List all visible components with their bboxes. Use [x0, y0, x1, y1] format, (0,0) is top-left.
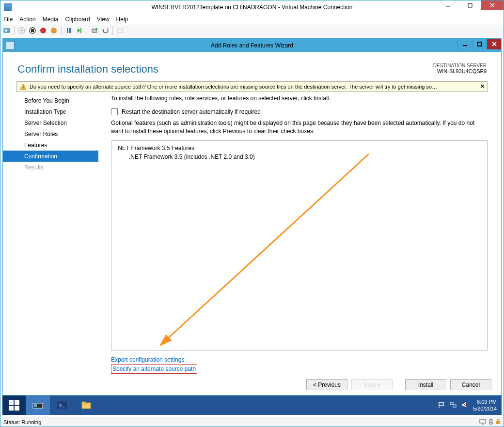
- sidebar-item-server-roles[interactable]: Server Roles: [3, 128, 98, 139]
- sidebar-label: Before You Begin: [24, 97, 69, 104]
- destination-server-name: WIN-SL93U4CQSE9: [433, 68, 487, 74]
- restart-checkbox-label: Restart the destination server automatic…: [122, 108, 261, 115]
- previous-button[interactable]: < Previous: [306, 379, 347, 390]
- turnoff-icon[interactable]: [28, 26, 37, 35]
- network-icon[interactable]: [450, 401, 457, 409]
- restart-checkbox[interactable]: [111, 108, 118, 115]
- svg-rect-9: [31, 29, 34, 32]
- volume-icon[interactable]: [461, 401, 468, 409]
- sidebar-item-confirmation[interactable]: Confirmation: [3, 151, 98, 162]
- toolbar-separator: [87, 26, 87, 35]
- svg-point-44: [489, 419, 492, 422]
- svg-rect-1: [468, 3, 472, 7]
- toolbar-separator: [112, 26, 113, 35]
- vm-titlebar: WINSERVER2012Template on CHINADRAGON - V…: [0, 0, 504, 14]
- wizard-minimize-button[interactable]: [457, 39, 472, 49]
- explorer-task[interactable]: [74, 396, 98, 415]
- server-manager-task[interactable]: [26, 396, 50, 415]
- sidebar-item-features[interactable]: Features: [3, 139, 98, 151]
- tray-time[interactable]: 8:09 PM: [473, 398, 497, 405]
- flag-icon[interactable]: [438, 401, 445, 409]
- feature-item-label: .NET Framework 3.5 (includes .NET 2.0 an…: [116, 153, 482, 160]
- wizard-button-bar: < Previous Next > Install Cancel: [3, 374, 501, 395]
- snapshot-icon[interactable]: [90, 26, 99, 35]
- svg-rect-38: [450, 402, 453, 405]
- sidebar-label: Confirmation: [24, 153, 57, 160]
- svg-rect-19: [118, 29, 123, 32]
- svg-text:>_: >_: [59, 403, 65, 408]
- menu-help[interactable]: Help: [116, 16, 128, 23]
- start-button[interactable]: [2, 396, 26, 415]
- export-configuration-link[interactable]: Export configuration settings: [111, 355, 488, 364]
- wizard-maximize-button[interactable]: [472, 39, 487, 49]
- wizard-titlebar: Add Roles and Features Wizard: [3, 39, 501, 52]
- svg-rect-42: [480, 419, 486, 423]
- reset-icon[interactable]: [75, 26, 84, 35]
- sidebar-item-before-you-begin[interactable]: Before You Begin: [3, 95, 98, 106]
- sidebar-item-installation-type[interactable]: Installation Type: [3, 106, 98, 117]
- lock-icon[interactable]: [496, 419, 501, 426]
- selected-features-list: .NET Framework 3.5 Features .NET Framewo…: [111, 140, 488, 351]
- pause-icon[interactable]: [64, 26, 73, 35]
- menu-file[interactable]: File: [3, 16, 13, 23]
- sidebar-item-server-selection[interactable]: Server Selection: [3, 117, 98, 128]
- feature-group-label: .NET Framework 3.5 Features: [116, 145, 482, 152]
- svg-rect-12: [67, 28, 68, 33]
- menu-view[interactable]: View: [97, 16, 110, 23]
- sidebar-label: Installation Type: [24, 108, 66, 115]
- svg-rect-33: [34, 404, 37, 407]
- shutdown-icon[interactable]: [39, 26, 47, 35]
- cancel-button-label: Cancel: [462, 381, 480, 388]
- system-tray: 8:09 PM 5/20/2014: [438, 396, 499, 415]
- svg-rect-13: [69, 28, 71, 33]
- optional-features-note: Optional features (such as administratio…: [111, 119, 488, 136]
- powershell-task[interactable]: >_: [50, 396, 74, 415]
- warning-icon: !: [20, 83, 27, 90]
- taskbar: >_ 8:09 PM 5/20/2014: [2, 396, 502, 415]
- start-icon[interactable]: [17, 26, 26, 35]
- wizard-title: Add Roles and Features Wizard: [3, 42, 501, 49]
- svg-point-17: [95, 28, 97, 30]
- share-icon[interactable]: [116, 26, 125, 35]
- install-button[interactable]: Install: [405, 379, 446, 390]
- save-icon[interactable]: [49, 26, 58, 35]
- wizard-sidebar: Before You Begin Installation Type Serve…: [3, 95, 98, 374]
- menu-media[interactable]: Media: [43, 16, 59, 23]
- svg-rect-21: [478, 42, 482, 46]
- svg-rect-29: [15, 400, 19, 405]
- ctrl-alt-del-icon[interactable]: [2, 26, 11, 35]
- integration-services-icon[interactable]: [488, 419, 494, 426]
- next-button: Next >: [351, 379, 393, 390]
- tray-date[interactable]: 5/20/2014: [473, 405, 497, 412]
- vm-statusbar: Status: Running: [0, 417, 504, 427]
- warning-close-icon[interactable]: ✕: [480, 83, 485, 90]
- maximize-button[interactable]: [459, 0, 481, 10]
- menu-action[interactable]: Action: [19, 16, 35, 23]
- svg-rect-37: [82, 402, 86, 404]
- display-config-icon[interactable]: [479, 419, 486, 426]
- menu-clipboard[interactable]: Clipboard: [65, 16, 90, 23]
- next-button-label: Next >: [363, 381, 380, 388]
- svg-marker-14: [78, 28, 80, 33]
- svg-rect-28: [9, 400, 14, 405]
- svg-rect-46: [496, 421, 500, 424]
- vm-toolbar: [0, 25, 504, 36]
- svg-marker-7: [21, 29, 24, 32]
- vm-status-text: Status: Running: [3, 419, 41, 425]
- specify-alternate-source-path-link[interactable]: Specify an alternate source path: [111, 364, 197, 374]
- svg-rect-39: [453, 405, 456, 407]
- previous-button-label: < Previous: [313, 381, 341, 388]
- warning-text: Do you need to specify an alternate sour…: [30, 84, 484, 90]
- warning-bar: ! Do you need to specify an alternate so…: [16, 81, 488, 92]
- svg-rect-31: [15, 406, 19, 411]
- svg-rect-45: [489, 422, 492, 424]
- close-button[interactable]: [481, 0, 504, 10]
- svg-text:!: !: [23, 85, 24, 90]
- svg-point-10: [40, 28, 46, 33]
- svg-rect-30: [9, 406, 14, 411]
- cancel-button[interactable]: Cancel: [450, 379, 491, 390]
- minimize-button[interactable]: [437, 0, 459, 10]
- revert-icon[interactable]: [101, 26, 110, 35]
- wizard-close-button[interactable]: [487, 39, 501, 49]
- sidebar-label: Results: [24, 164, 44, 171]
